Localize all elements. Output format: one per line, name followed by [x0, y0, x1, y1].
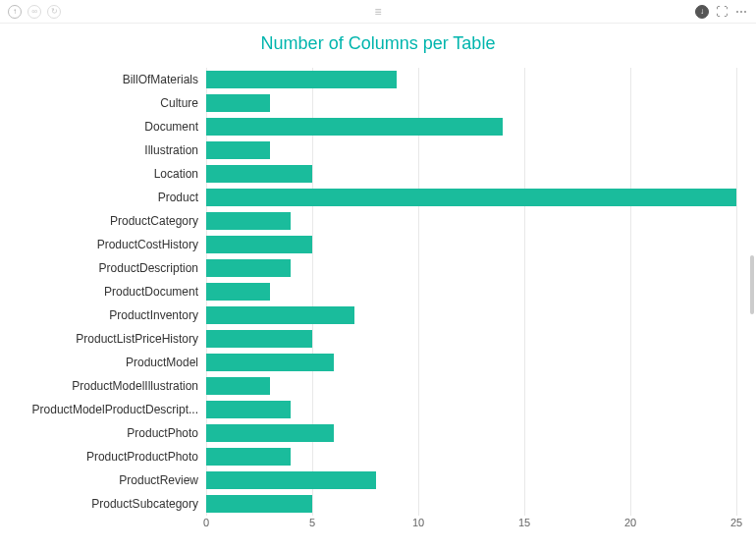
- bar-row: ProductDocument: [206, 283, 736, 301]
- bar-row: ProductProductPhoto: [206, 448, 736, 466]
- bar[interactable]: [206, 495, 312, 513]
- x-tick-label: 20: [624, 517, 636, 528]
- bar[interactable]: [206, 448, 291, 466]
- bar-row: Illustration: [206, 141, 736, 159]
- bar-row: ProductCostHistory: [206, 236, 736, 253]
- category-label: Document: [144, 118, 206, 136]
- bar-row: ProductReview: [206, 471, 736, 489]
- category-label: ProductCategory: [110, 212, 206, 230]
- bar[interactable]: [206, 71, 397, 88]
- link-icon[interactable]: ∞: [27, 5, 41, 19]
- bar[interactable]: [206, 424, 334, 442]
- toolbar-left: ↑ ∞ ↻: [8, 5, 61, 19]
- category-label: Location: [154, 165, 206, 183]
- category-label: ProductCostHistory: [97, 236, 206, 253]
- bar[interactable]: [206, 165, 312, 183]
- category-label: Culture: [160, 94, 206, 112]
- bar[interactable]: [206, 401, 291, 418]
- category-label: Illustration: [144, 141, 206, 159]
- bar-row: Culture: [206, 94, 736, 112]
- chart-plot-area: BillOfMaterialsCultureDocumentIllustrati…: [206, 68, 736, 516]
- bar[interactable]: [206, 354, 334, 371]
- bar[interactable]: [206, 236, 312, 253]
- category-label: ProductModel: [126, 354, 206, 371]
- bar-row: ProductModel: [206, 354, 736, 371]
- arrow-down-fill-icon[interactable]: ↓: [695, 5, 709, 19]
- bar-row: Location: [206, 165, 736, 183]
- gridline: [736, 68, 737, 516]
- bar[interactable]: [206, 94, 270, 112]
- bar-row: ProductModelProductDescript...: [206, 401, 736, 418]
- arrow-up-icon[interactable]: ↑: [8, 5, 22, 19]
- bar-row: BillOfMaterials: [206, 71, 736, 88]
- bar-row: ProductListPriceHistory: [206, 330, 736, 348]
- x-tick-label: 15: [518, 517, 530, 528]
- bar-row: Product: [206, 189, 736, 206]
- bar-row: ProductCategory: [206, 212, 736, 230]
- focus-mode-icon[interactable]: ⛶: [715, 5, 729, 19]
- bar-row: ProductDescription: [206, 259, 736, 277]
- category-label: ProductInventory: [109, 306, 206, 324]
- bar[interactable]: [206, 306, 354, 324]
- category-label: ProductDocument: [104, 283, 206, 301]
- bar[interactable]: [206, 141, 270, 159]
- bar-row: ProductSubcategory: [206, 495, 736, 513]
- bar[interactable]: [206, 330, 312, 348]
- x-axis: 0510152025: [206, 513, 736, 532]
- visual-toolbar: ↑ ∞ ↻ ≡ ↓ ⛶ ⋯: [0, 0, 756, 24]
- bar[interactable]: [206, 471, 376, 489]
- more-options-icon[interactable]: ⋯: [734, 5, 748, 19]
- bar-row: ProductPhoto: [206, 424, 736, 442]
- x-tick-label: 5: [309, 517, 315, 528]
- bar-row: ProductModelIllustration: [206, 377, 736, 395]
- plot-region: BillOfMaterialsCultureDocumentIllustrati…: [206, 68, 736, 516]
- refresh-icon[interactable]: ↻: [47, 5, 61, 19]
- category-label: ProductModelIllustration: [72, 377, 206, 395]
- category-label: ProductSubcategory: [91, 495, 206, 513]
- bar[interactable]: [206, 189, 736, 206]
- bar[interactable]: [206, 283, 270, 301]
- bar[interactable]: [206, 259, 291, 277]
- bar-row: Document: [206, 118, 736, 136]
- x-tick-label: 10: [412, 517, 424, 528]
- category-label: ProductProductPhoto: [86, 448, 206, 466]
- category-label: ProductReview: [119, 471, 206, 489]
- category-label: Product: [158, 189, 206, 206]
- x-tick-label: 0: [203, 517, 209, 528]
- chart-title: Number of Columns per Table: [0, 33, 756, 54]
- x-tick-label: 25: [730, 517, 742, 528]
- category-label: ProductListPriceHistory: [76, 330, 206, 348]
- category-label: ProductPhoto: [127, 424, 206, 442]
- bar[interactable]: [206, 212, 291, 230]
- category-label: BillOfMaterials: [123, 71, 206, 88]
- toolbar-right: ↓ ⛶ ⋯: [695, 5, 748, 19]
- bar[interactable]: [206, 118, 503, 136]
- category-label: ProductModelProductDescript...: [32, 401, 206, 418]
- bar[interactable]: [206, 377, 270, 395]
- bar-row: ProductInventory: [206, 306, 736, 324]
- drag-handle-icon[interactable]: ≡: [374, 5, 381, 19]
- category-label: ProductDescription: [99, 259, 206, 277]
- scrollbar-thumb[interactable]: [750, 255, 754, 314]
